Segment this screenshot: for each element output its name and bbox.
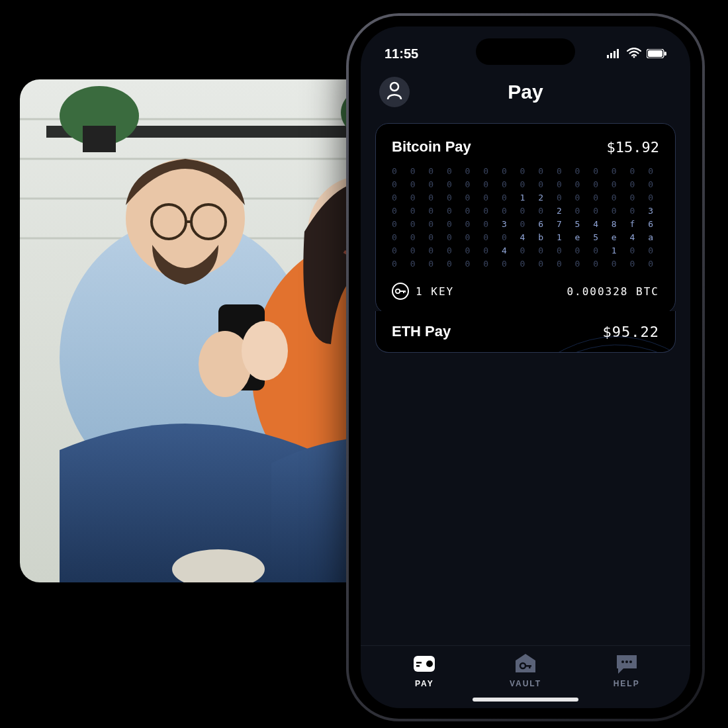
key-icon [392, 283, 409, 300]
svg-point-35 [396, 289, 400, 293]
svg-rect-45 [529, 665, 531, 668]
svg-rect-42 [416, 665, 420, 667]
tab-label: HELP [614, 679, 640, 688]
svg-rect-41 [416, 662, 422, 664]
wallet-card-usd: $95.22 [603, 324, 659, 340]
svg-point-47 [625, 660, 628, 663]
tab-help[interactable]: HELP [590, 653, 663, 688]
pay-icon [410, 653, 439, 675]
wallet-card-bitcoin[interactable]: Bitcoin Pay $15.92 0 0 0 0 0 0 0 0 0 0 0… [375, 123, 676, 314]
wallet-card-title: ETH Pay [392, 323, 451, 340]
profile-button[interactable] [379, 77, 410, 107]
tab-label: PAY [415, 679, 434, 688]
svg-point-23 [242, 321, 288, 381]
svg-point-48 [629, 660, 632, 663]
wallet-card-eth[interactable]: ETH Pay $95.22 [375, 311, 676, 353]
svg-rect-37 [403, 291, 404, 293]
wallet-card-usd: $15.92 [607, 139, 659, 156]
tab-label: VAULT [510, 679, 541, 688]
app-screen: 11:55 Pay [361, 26, 690, 708]
svg-rect-9 [83, 126, 116, 152]
wifi-icon [627, 46, 641, 62]
vault-icon [511, 653, 540, 675]
tab-vault[interactable]: VAULT [489, 653, 562, 688]
home-indicator[interactable] [473, 698, 578, 702]
svg-point-34 [390, 83, 398, 91]
help-icon [612, 653, 641, 675]
status-time: 11:55 [385, 46, 418, 62]
svg-rect-26 [607, 55, 609, 58]
svg-point-30 [633, 56, 635, 58]
profile-icon [387, 81, 402, 103]
svg-rect-28 [614, 51, 615, 58]
phone-mockup: 11:55 Pay [346, 13, 705, 721]
wallet-keys-label: 1 KEY [416, 285, 454, 298]
svg-rect-29 [617, 49, 619, 58]
cellular-icon [607, 46, 621, 62]
address-hash-bg: 0 0 0 0 0 0 0 0 0 0 0 0 0 0 0 0 0 0 0 0 … [392, 165, 659, 271]
svg-rect-32 [648, 50, 662, 57]
page-title: Pay [361, 81, 690, 103]
wallet-card-title: Bitcoin Pay [392, 138, 471, 156]
tab-bar: PAY VAULT HELP [361, 645, 690, 692]
svg-point-40 [426, 660, 433, 667]
battery-icon [647, 46, 666, 62]
dynamic-island [476, 38, 575, 65]
wallet-crypto-balance: 0.000328 BTC [567, 285, 659, 298]
svg-rect-33 [664, 52, 666, 56]
svg-rect-27 [610, 53, 612, 58]
svg-rect-38 [405, 291, 406, 293]
tab-pay[interactable]: PAY [388, 653, 461, 688]
svg-point-46 [621, 660, 624, 663]
app-header: Pay [361, 66, 690, 111]
